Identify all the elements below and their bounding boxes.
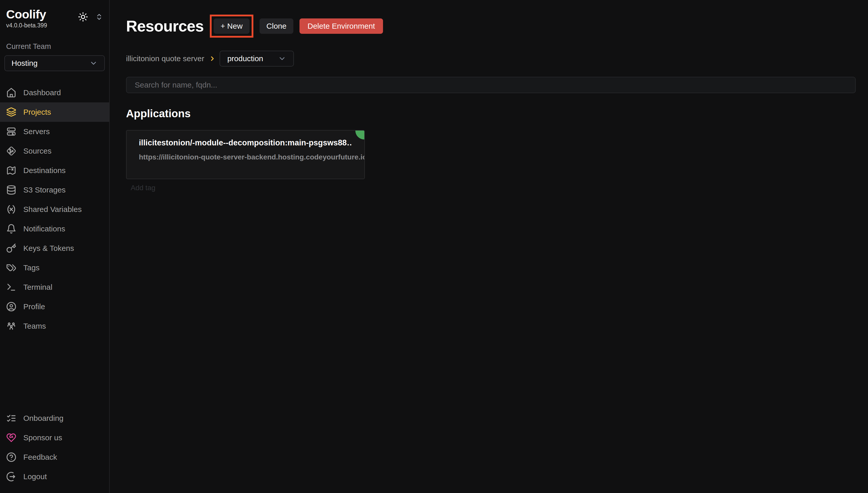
sidebar-item-label: Destinations <box>23 166 66 175</box>
status-indicator <box>355 131 364 140</box>
chevron-right-icon <box>209 55 216 62</box>
tags-icon <box>6 263 16 273</box>
team-select[interactable]: Hosting <box>4 55 105 71</box>
sidebar-item-notifications[interactable]: Notifications <box>0 219 109 239</box>
user-circle-icon <box>6 302 16 312</box>
map-icon <box>6 165 16 176</box>
sidebar-item-label: Servers <box>23 127 50 136</box>
team-select-value: Hosting <box>12 59 38 68</box>
sidebar-item-destinations[interactable]: Destinations <box>0 161 109 180</box>
chevron-down-icon <box>89 59 98 67</box>
sun-icon[interactable] <box>78 12 88 22</box>
home-icon <box>6 88 16 98</box>
current-team-label: Current Team <box>6 42 103 51</box>
sidebar-item-label: Terminal <box>23 283 52 292</box>
heart-handshake-icon <box>6 433 16 443</box>
sidebar-item-label: Shared Variables <box>23 205 82 214</box>
search-input[interactable] <box>126 77 856 93</box>
delete-environment-button[interactable]: Delete Environment <box>299 18 383 34</box>
sidebar-item-label: Sponsor us <box>23 433 62 442</box>
help-circle-icon <box>6 452 16 462</box>
clone-button[interactable]: Clone <box>260 18 293 34</box>
users-icon <box>6 321 16 331</box>
new-button[interactable]: + New <box>214 18 250 34</box>
sidebar-item-sponsor-us[interactable]: Sponsor us <box>0 428 109 447</box>
chevrons-up-down-icon[interactable] <box>95 13 103 21</box>
chevron-down-icon <box>278 55 286 63</box>
variable-icon <box>6 204 16 215</box>
environment-select-value: production <box>227 54 263 63</box>
sidebar-item-s3-storages[interactable]: S3 Storages <box>0 180 109 200</box>
sidebar-item-terminal[interactable]: Terminal <box>0 277 109 297</box>
sidebar-item-tags[interactable]: Tags <box>0 258 109 277</box>
sidebar-item-label: Notifications <box>23 224 65 233</box>
sidebar-item-profile[interactable]: Profile <box>0 297 109 316</box>
sidebar-item-feedback[interactable]: Feedback <box>0 447 109 467</box>
sidebar-item-label: S3 Storages <box>23 186 66 194</box>
sidebar-item-label: Teams <box>23 322 46 330</box>
add-tag-input[interactable]: Add tag <box>131 184 856 192</box>
sidebar-header: Coolify v4.0.0-beta.399 <box>0 8 109 29</box>
environment-select[interactable]: production <box>220 51 294 67</box>
sidebar-item-label: Feedback <box>23 453 57 462</box>
sidebar-item-label: Keys & Tokens <box>23 244 74 253</box>
terminal-icon <box>6 282 16 292</box>
sidebar-item-sources[interactable]: Sources <box>0 141 109 161</box>
layers-icon <box>6 107 16 117</box>
annotation-highlight: + New <box>210 15 253 38</box>
app-version: v4.0.0-beta.399 <box>6 22 47 29</box>
key-icon <box>6 243 16 253</box>
application-card[interactable]: illicitestonion/-module--decomposition:m… <box>126 130 365 179</box>
application-name: illicitestonion/-module--decomposition:m… <box>139 138 352 147</box>
page-title: Resources <box>126 17 204 35</box>
server-icon <box>6 126 16 137</box>
application-url: https://illicitonion-quote-server-backen… <box>139 153 352 161</box>
sidebar-item-label: Sources <box>23 147 51 155</box>
sidebar-item-teams[interactable]: Teams <box>0 316 109 336</box>
database-icon <box>6 185 16 195</box>
theme-controls <box>78 12 103 22</box>
sidebar-item-label: Dashboard <box>23 88 61 97</box>
sidebar-item-servers[interactable]: Servers <box>0 122 109 141</box>
list-checks-icon <box>6 413 16 423</box>
git-source-icon <box>6 146 16 156</box>
breadcrumb-project[interactable]: illicitonion quote server <box>126 54 204 63</box>
app-logo: Coolify <box>6 8 47 21</box>
sidebar-item-keys-tokens[interactable]: Keys & Tokens <box>0 239 109 258</box>
sidebar-item-shared-variables[interactable]: Shared Variables <box>0 200 109 219</box>
log-out-icon <box>6 471 16 482</box>
sidebar-item-label: Profile <box>23 302 45 311</box>
sidebar-item-label: Projects <box>23 108 51 116</box>
sidebar-item-dashboard[interactable]: Dashboard <box>0 83 109 102</box>
sidebar-item-label: Tags <box>23 263 39 272</box>
brand: Coolify v4.0.0-beta.399 <box>6 8 47 29</box>
sidebar-item-projects[interactable]: Projects <box>0 102 109 122</box>
sidebar-item-label: Onboarding <box>23 414 64 423</box>
breadcrumb: illicitonion quote server production <box>126 51 856 67</box>
sidebar-item-label: Logout <box>23 472 47 481</box>
app-root: Coolify v4.0.0-beta.399 Current Team Hos… <box>0 0 868 493</box>
applications-section-title: Applications <box>126 108 856 120</box>
bell-icon <box>6 224 16 234</box>
sidebar-footer-nav: Onboarding Sponsor us Feedback Logout <box>0 409 109 486</box>
sidebar: Coolify v4.0.0-beta.399 Current Team Hos… <box>0 0 110 493</box>
sidebar-item-logout[interactable]: Logout <box>0 467 109 486</box>
search-bar <box>126 77 856 93</box>
sidebar-item-onboarding[interactable]: Onboarding <box>0 409 109 428</box>
main-content: Resources + New Clone Delete Environment… <box>110 0 868 493</box>
sidebar-nav: Dashboard Projects Servers Sources Desti… <box>0 83 109 336</box>
page-header: Resources + New Clone Delete Environment <box>126 7 856 46</box>
